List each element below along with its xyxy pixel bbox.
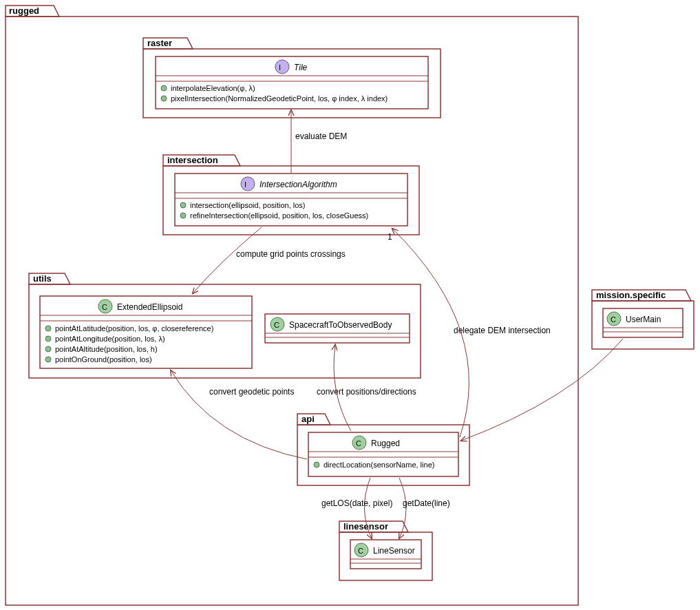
class-rugged-name: Rugged bbox=[371, 439, 400, 448]
rugged-member-0: directLocation(sensorName, line) bbox=[324, 461, 434, 469]
rel-convert-geodetic-label: convert geodetic points bbox=[209, 387, 294, 397]
rel-compute-crossings-label: compute grid points crossings bbox=[236, 249, 346, 259]
class-tile: I Tile interpolateElevation(φ, λ) pixelI… bbox=[156, 56, 428, 109]
rel-delegate-dem-mult: 1 bbox=[388, 232, 392, 242]
package-raster: raster bbox=[143, 38, 441, 118]
svg-rect-8 bbox=[163, 166, 419, 235]
svg-rect-0 bbox=[6, 17, 578, 605]
stereotype-icon: C bbox=[356, 439, 361, 448]
svg-point-21 bbox=[45, 336, 51, 341]
svg-rect-1 bbox=[143, 49, 441, 118]
ia-member-1: refineIntersection(ellipsoid, position, … bbox=[190, 211, 368, 220]
rel-get-date-label: getDate(line) bbox=[403, 498, 450, 508]
ia-member-0: intersection(ellipsoid, position, los) bbox=[190, 201, 306, 209]
class-sc-to-body: C SpacecraftToObservedBody bbox=[265, 314, 410, 343]
class-ee-name: ExtendedEllipsoid bbox=[117, 302, 182, 312]
svg-point-22 bbox=[45, 346, 51, 352]
class-intersection-algorithm: I IntersectionAlgorithm intersection(ell… bbox=[175, 173, 407, 226]
ee-member-2: pointAtAltitude(position, los, h) bbox=[55, 345, 158, 353]
rel-get-los-label: getLOS(date, pixel) bbox=[321, 498, 392, 508]
svg-point-6 bbox=[161, 85, 167, 91]
class-tile-name: Tile bbox=[294, 63, 308, 72]
package-intersection-label: intersection bbox=[167, 155, 218, 165]
ee-member-0: pointAtLatitude(position, los, φ, closer… bbox=[55, 324, 213, 333]
package-api: api bbox=[297, 414, 469, 485]
svg-point-13 bbox=[180, 202, 186, 208]
package-utils-label: utils bbox=[33, 273, 52, 284]
package-api-label: api bbox=[301, 414, 315, 424]
stereotype-icon: I bbox=[244, 180, 246, 189]
package-mission-label: mission.specific bbox=[596, 290, 666, 300]
svg-point-23 bbox=[45, 357, 51, 362]
rel-delegate-dem-label: delegate DEM intersection bbox=[454, 326, 551, 335]
class-line-sensor: C LineSensor bbox=[350, 540, 421, 569]
stereotype-icon: I bbox=[279, 63, 281, 72]
class-rugged: C Rugged directLocation(sensorName, line… bbox=[308, 432, 458, 476]
rel-evaluate-dem-label: evaluate DEM bbox=[295, 132, 347, 141]
class-extended-ellipsoid: C ExtendedEllipsoid pointAtLatitude(posi… bbox=[40, 296, 252, 368]
tile-member-0: interpolateElevation(φ, λ) bbox=[171, 84, 255, 92]
rel-compute-crossings bbox=[193, 227, 262, 293]
svg-point-12 bbox=[241, 177, 255, 191]
rel-get-date bbox=[399, 478, 406, 538]
svg-point-5 bbox=[275, 60, 289, 74]
stereotype-icon: C bbox=[102, 303, 107, 311]
ee-member-3: pointOnGround(position, los) bbox=[55, 355, 152, 364]
class-ls-name: LineSensor bbox=[373, 546, 415, 556]
class-ia-name: IntersectionAlgorithm bbox=[259, 180, 337, 189]
package-raster-label: raster bbox=[147, 38, 172, 48]
svg-point-14 bbox=[180, 213, 186, 218]
svg-point-20 bbox=[45, 326, 51, 331]
stereotype-icon: C bbox=[274, 321, 279, 329]
rel-convert-geodetic bbox=[171, 370, 307, 459]
svg-point-33 bbox=[314, 462, 319, 467]
package-rugged-label: rugged bbox=[9, 6, 39, 16]
class-user-main: C UserMain bbox=[603, 308, 683, 337]
class-sc-name: SpacecraftToObservedBody bbox=[289, 320, 392, 330]
rel-convert-posdir-label: convert positions/directions bbox=[317, 387, 416, 397]
tile-member-1: pixelIntersection(NormalizedGeodeticPoin… bbox=[171, 94, 388, 103]
stereotype-icon: C bbox=[611, 315, 616, 324]
svg-point-7 bbox=[161, 96, 167, 101]
ee-member-1: pointAtLongitude(position, los, λ) bbox=[55, 335, 165, 343]
class-um-name: UserMain bbox=[626, 315, 661, 324]
stereotype-icon: C bbox=[358, 547, 363, 555]
rel-usermain-rugged bbox=[461, 339, 623, 441]
